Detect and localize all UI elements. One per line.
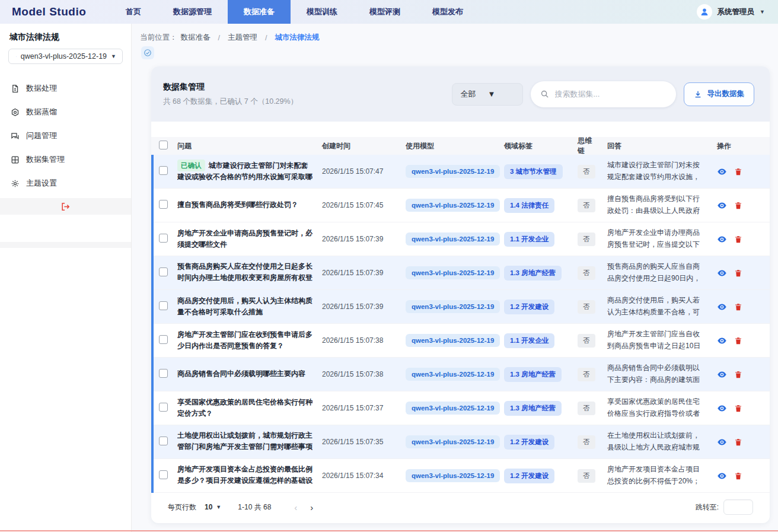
table-row[interactable]: 土地使用权出让或划拨前，城市规划行政主管部门和房地产开发主管部门需对哪些事项提出… bbox=[154, 425, 770, 459]
status-filter-value: 全部 bbox=[461, 89, 488, 100]
cot-pill: 否 bbox=[578, 266, 595, 280]
search-input[interactable] bbox=[555, 90, 668, 98]
nav-item-dataprep[interactable]: 数据准备 bbox=[228, 0, 291, 24]
col-actions: 操作 bbox=[709, 141, 768, 151]
answer-text: 商品房销售合同中必须载明以下主要内容：商品房的建筑面积和使… bbox=[602, 362, 709, 386]
rows-per-page-label: 每页行数 bbox=[168, 502, 196, 512]
row-checkbox[interactable] bbox=[159, 301, 168, 310]
sidebar-item-data-processing[interactable]: 数据处理 bbox=[0, 77, 131, 100]
domain-tag-pill: 3 城市节水管理 bbox=[504, 164, 563, 179]
table-row[interactable]: 已确认城市建设行政主管部门对未配套建设或验收不合格的节约用水设施可采取哪些行政措… bbox=[154, 155, 770, 189]
status-filter-select[interactable]: 全部 ▼ bbox=[452, 83, 523, 106]
select-all-checkbox[interactable] bbox=[159, 141, 168, 149]
created-time: 2026/1/15 15:07:39 bbox=[317, 269, 401, 277]
table-row[interactable]: 享受国家优惠政策的居民住宅价格实行何种定价方式？ 2026/1/15 15:07… bbox=[154, 391, 770, 425]
row-checkbox[interactable] bbox=[159, 166, 168, 175]
row-checkbox[interactable] bbox=[159, 437, 168, 445]
top-navbar: Model Studio 首页 数据源管理 数据准备 模型训练 模型评测 模型发… bbox=[0, 0, 778, 24]
view-button[interactable] bbox=[717, 471, 727, 481]
created-time: 2026/1/15 15:07:34 bbox=[317, 472, 401, 480]
delete-button[interactable] bbox=[734, 472, 742, 480]
row-checkbox[interactable] bbox=[159, 267, 168, 276]
prev-page-button[interactable]: ‹ bbox=[288, 502, 304, 512]
distill-icon bbox=[11, 108, 20, 117]
view-button[interactable] bbox=[717, 302, 727, 312]
sidebar-item-question-mgmt[interactable]: 问题管理 bbox=[0, 125, 131, 147]
table-body: 已确认城市建设行政主管部门对未配套建设或验收不合格的节约用水设施可采取哪些行政措… bbox=[151, 155, 770, 493]
view-button[interactable] bbox=[717, 167, 727, 177]
sidebar: 城市法律法规 qwen3-vl-plus-2025-12-19 ▼ 数据处理 数… bbox=[0, 24, 132, 532]
eye-icon bbox=[717, 437, 727, 447]
exit-button[interactable] bbox=[0, 198, 131, 215]
delete-button[interactable] bbox=[734, 404, 742, 413]
sidebar-item-dataset-mgmt[interactable]: 数据集管理 bbox=[0, 148, 131, 171]
row-checkbox[interactable] bbox=[159, 470, 168, 479]
eye-icon bbox=[717, 302, 727, 312]
avatar bbox=[697, 4, 712, 20]
pagination-range: 1-10 共 68 bbox=[238, 502, 271, 512]
row-checkbox[interactable] bbox=[159, 369, 168, 378]
table-row[interactable]: 房地产开发企业申请商品房预售登记时，必须提交哪些文件 2026/1/15 15:… bbox=[154, 222, 770, 256]
table-row[interactable]: 房地产开发主管部门应在收到预售申请后多少日内作出是否同意预售的答复？ 2026/… bbox=[154, 324, 770, 358]
eye-icon bbox=[717, 167, 727, 177]
nav-item-datasource[interactable]: 数据源管理 bbox=[157, 0, 228, 24]
row-checkbox[interactable] bbox=[159, 234, 168, 243]
row-checkbox[interactable] bbox=[159, 335, 168, 344]
nav-item-home[interactable]: 首页 bbox=[110, 0, 157, 24]
delete-button[interactable] bbox=[734, 235, 742, 244]
delete-button[interactable] bbox=[734, 438, 742, 447]
nav-item-release[interactable]: 模型发布 bbox=[416, 0, 479, 24]
view-button[interactable] bbox=[717, 369, 727, 380]
question-text: 土地使用权出让或划拨前，城市规划行政主管部门和房地产开发主管部门需对哪些事项提出… bbox=[177, 430, 313, 454]
breadcrumb-item[interactable]: 主题管理 bbox=[228, 33, 257, 43]
panel-header: 数据集管理 共 68 个数据集，已确认 7 个（10.29%） 全部 ▼ 导出数… bbox=[151, 66, 770, 122]
view-button[interactable] bbox=[717, 200, 727, 211]
view-button[interactable] bbox=[717, 403, 727, 413]
model-pill: qwen3-vl-plus-2025-12-19 bbox=[406, 402, 500, 415]
view-button[interactable] bbox=[717, 268, 727, 278]
domain-tag-pill: 1.3 房地产经营 bbox=[504, 401, 562, 416]
table-row[interactable]: 预售商品房购买人应在交付使用之日起多长时间内办理土地使用权变更和房屋所有权登记手… bbox=[154, 256, 770, 290]
domain-tag-pill: 1.3 房地产经营 bbox=[504, 367, 562, 382]
row-checkbox[interactable] bbox=[159, 403, 168, 412]
delete-button[interactable] bbox=[734, 269, 742, 278]
breadcrumb-prefix: 当前位置： bbox=[140, 33, 177, 43]
next-page-button[interactable]: › bbox=[304, 502, 320, 512]
table-row[interactable]: 房地产开发项目资本金占总投资的最低比例是多少？项目开发建设应遵循怎样的基础设施建… bbox=[154, 459, 770, 493]
question-text: 房地产开发主管部门应在收到预售申请后多少日内作出是否同意预售的答复？ bbox=[177, 329, 313, 352]
table-row[interactable]: 擅自预售商品房将受到哪些行政处罚？ 2026/1/15 15:07:45 qwe… bbox=[154, 189, 770, 222]
jump-to-input[interactable] bbox=[723, 499, 753, 515]
cot-pill: 否 bbox=[578, 334, 595, 348]
delete-button[interactable] bbox=[734, 370, 742, 379]
rows-per-page-select[interactable]: 10 ▼ bbox=[205, 503, 221, 511]
table-row[interactable]: 商品房销售合同中必须载明哪些主要内容 2026/1/15 15:07:38 qw… bbox=[154, 358, 770, 391]
view-button[interactable] bbox=[717, 437, 727, 447]
trash-icon bbox=[734, 167, 742, 176]
delete-button[interactable] bbox=[734, 167, 742, 176]
view-button[interactable] bbox=[717, 336, 727, 346]
export-dataset-button[interactable]: 导出数据集 bbox=[684, 82, 755, 106]
cot-pill: 否 bbox=[578, 368, 595, 381]
row-checkbox[interactable] bbox=[159, 200, 168, 209]
user-menu[interactable]: 系统管理员 ▼ bbox=[697, 0, 778, 24]
delete-button[interactable] bbox=[734, 201, 742, 210]
model-pill: qwen3-vl-plus-2025-12-19 bbox=[406, 165, 500, 178]
delete-button[interactable] bbox=[734, 336, 742, 345]
sidebar-item-topic-settings[interactable]: 主题设置 bbox=[0, 172, 131, 195]
confirm-check-button[interactable] bbox=[141, 46, 154, 59]
trash-icon bbox=[734, 201, 742, 210]
trash-icon bbox=[734, 235, 742, 244]
sidebar-item-data-distill[interactable]: 数据蒸馏 bbox=[0, 101, 131, 123]
delete-button[interactable] bbox=[734, 302, 742, 311]
breadcrumb-item[interactable]: 数据准备 bbox=[181, 33, 211, 43]
nav-item-training[interactable]: 模型训练 bbox=[291, 0, 353, 24]
model-select[interactable]: qwen3-vl-plus-2025-12-19 ▼ bbox=[8, 49, 123, 64]
domain-tag-pill: 1.1 开发企业 bbox=[504, 232, 554, 247]
created-time: 2026/1/15 15:07:39 bbox=[317, 302, 401, 311]
dataset-table: 问题 创建时间 使用模型 领域标签 思维链 回答 操作 已确认城市建设行政主管部… bbox=[151, 137, 770, 493]
question-text: 预售商品房购买人应在交付使用之日起多长时间内办理土地使用权变更和房屋所有权登记手… bbox=[177, 261, 313, 285]
nav-item-evaluation[interactable]: 模型评测 bbox=[353, 0, 416, 24]
view-button[interactable] bbox=[717, 234, 727, 244]
model-pill: qwen3-vl-plus-2025-12-19 bbox=[406, 199, 500, 212]
table-row[interactable]: 商品房交付使用后，购买人认为主体结构质量不合格时可采取什么措施 2026/1/1… bbox=[154, 290, 770, 324]
